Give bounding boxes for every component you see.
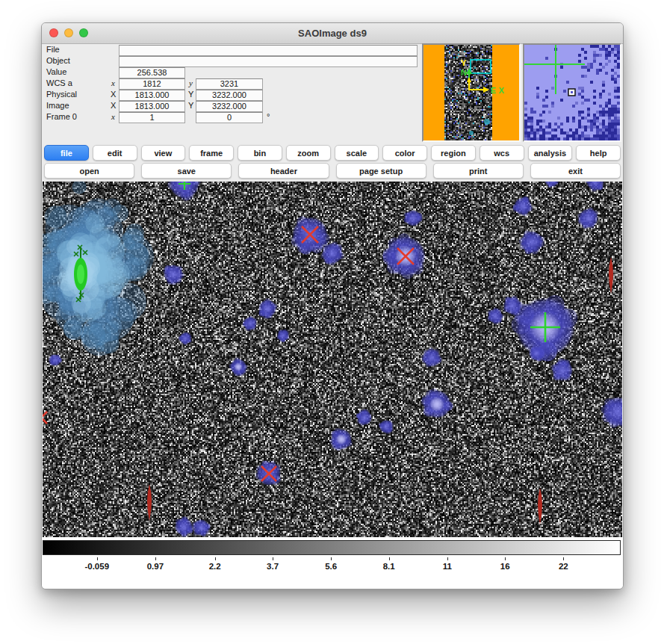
menu-exit-button[interactable]: exit xyxy=(530,163,621,179)
colorbar-tick xyxy=(563,557,564,560)
physical-x-field[interactable]: 1813.000 xyxy=(119,90,185,101)
colorbar-tick-label: 22 xyxy=(559,562,568,571)
value-field[interactable]: 256.538 xyxy=(119,67,185,78)
window-title: SAOImage ds9 xyxy=(42,23,623,43)
menu-edit-button[interactable]: edit xyxy=(93,145,137,161)
panner-canvas[interactable] xyxy=(423,45,519,140)
colorbar-tick xyxy=(97,557,98,560)
image-y-label: Y xyxy=(188,101,193,111)
colorbar-tick xyxy=(155,557,156,560)
menu-zoom-button[interactable]: zoom xyxy=(286,145,331,161)
wcs-label: WCS a xyxy=(46,78,72,88)
ds9-window: SAOImage ds9 File Object Value 256.538 W… xyxy=(41,22,624,589)
menu-region-button[interactable]: region xyxy=(431,145,476,161)
colorbar-section: -0.0590.972.23.75.68.1111622 xyxy=(42,537,623,589)
colorbar-tick-label: 16 xyxy=(500,562,510,571)
colorbar-tick-label: 0.97 xyxy=(147,562,164,571)
file-field[interactable] xyxy=(119,45,418,56)
colorbar-tick-label: 3.7 xyxy=(267,562,279,571)
colorbar-tick xyxy=(273,557,273,560)
menu-view-button[interactable]: view xyxy=(141,145,186,161)
colorbar-tick-label: 8.1 xyxy=(383,562,395,571)
menu-file-button[interactable]: file xyxy=(44,145,89,161)
frame-rotation-field[interactable]: 0 xyxy=(196,112,263,123)
menu-page-setup-button[interactable]: page setup xyxy=(336,163,426,179)
titlebar[interactable]: SAOImage ds9 xyxy=(42,23,623,44)
wcs-x-field[interactable]: 1812 xyxy=(119,78,185,90)
object-label: Object xyxy=(46,56,70,66)
menu-save-button[interactable]: save xyxy=(141,163,232,179)
menu-header-button[interactable]: header xyxy=(238,163,329,179)
frame-x-label: x xyxy=(111,112,115,122)
menu-frame-button[interactable]: frame xyxy=(189,145,234,161)
colorbar-tick xyxy=(215,557,216,560)
frame-x-field[interactable]: 1 xyxy=(119,112,185,123)
file-label: File xyxy=(46,45,60,55)
image-x-field[interactable]: 1813.000 xyxy=(119,101,185,112)
physical-x-label: X xyxy=(111,90,116,99)
physical-y-label: Y xyxy=(188,90,193,99)
menu-row-file: opensaveheaderpage setupprintexit xyxy=(44,163,621,179)
menu-print-button[interactable]: print xyxy=(433,163,524,179)
menu-color-button[interactable]: color xyxy=(382,145,427,161)
value-label: Value xyxy=(46,67,66,77)
physical-y-field[interactable]: 3232.000 xyxy=(196,90,263,101)
colorbar-scale: -0.0590.972.23.75.68.1111622 xyxy=(43,537,621,585)
menu-scale-button[interactable]: scale xyxy=(335,145,379,161)
wcs-x-label: x xyxy=(111,78,115,88)
colorbar-tick-label: -0.059 xyxy=(84,562,109,571)
menu-row-main: fileeditviewframebinzoomscalecolorregion… xyxy=(44,145,621,161)
image-label: Image xyxy=(46,101,69,111)
magnifier-panel xyxy=(523,43,621,142)
colorbar-tick-label: 2.2 xyxy=(209,562,221,571)
magnifier-canvas xyxy=(524,45,620,140)
colorbar-tick-label: 5.6 xyxy=(325,562,337,571)
object-field[interactable] xyxy=(119,56,418,67)
menu-bin-button[interactable]: bin xyxy=(238,145,282,161)
wcs-y-label: y xyxy=(189,78,193,88)
menu-analysis-button[interactable]: analysis xyxy=(528,145,573,161)
wcs-y-field[interactable]: 3231 xyxy=(196,78,263,90)
menu-open-button[interactable]: open xyxy=(44,163,134,179)
menu-wcs-button[interactable]: wcs xyxy=(480,145,524,161)
physical-label: Physical xyxy=(46,90,77,99)
menu-help-button[interactable]: help xyxy=(576,145,621,161)
image-y-field[interactable]: 3232.000 xyxy=(196,101,263,112)
panner-panel[interactable] xyxy=(422,43,521,142)
colorbar-tick xyxy=(505,557,506,560)
image-x-label: X xyxy=(111,101,116,111)
colorbar-tick xyxy=(389,557,390,560)
degree-symbol: ° xyxy=(267,112,270,121)
sky-image-canvas[interactable] xyxy=(43,182,622,537)
colorbar-tick xyxy=(331,557,332,560)
frame-label: Frame 0 xyxy=(46,112,77,122)
colorbar-tick xyxy=(447,557,448,560)
colorbar-tick-label: 11 xyxy=(443,562,452,571)
